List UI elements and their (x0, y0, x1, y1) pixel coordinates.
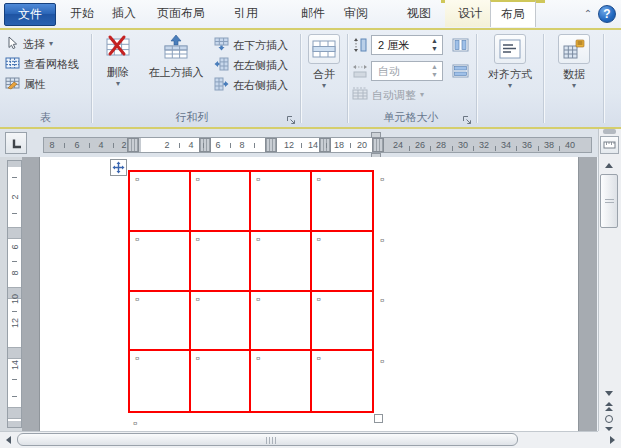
row-end-mark: ¤ (380, 236, 384, 245)
autofit-button: 自动调整 ▾ (352, 87, 424, 103)
right-indent-marker[interactable] (371, 132, 381, 138)
scroll-right-button[interactable] (604, 433, 620, 446)
ruler-column-marker[interactable] (372, 138, 384, 152)
group-separator (300, 34, 302, 123)
tab-insert[interactable]: 插入 (104, 0, 144, 27)
cell-end-mark: ¤ (317, 354, 321, 363)
split-window-handle[interactable] (603, 129, 616, 134)
table-cell[interactable]: ¤ (130, 232, 191, 292)
insert-left-button[interactable]: 在左侧插入 (214, 57, 288, 73)
select-browse-object-button[interactable] (599, 413, 618, 425)
insert-right-button[interactable]: 在右侧插入 (214, 77, 288, 93)
alignment-icon (494, 34, 526, 64)
tab-review[interactable]: 审阅 (336, 0, 376, 27)
tab-file[interactable]: 文件 (4, 3, 56, 26)
ruler-number: 14 (10, 360, 20, 371)
ruler-number: 38 (542, 140, 556, 150)
table-cell[interactable]: ¤ (312, 292, 373, 352)
ruler-tick (473, 146, 474, 151)
data-button[interactable]: 数据 ▾ (546, 34, 602, 90)
table-cell[interactable]: ¤ (251, 172, 312, 232)
previous-page-button[interactable] (599, 401, 618, 412)
scroll-down-button[interactable] (599, 386, 618, 400)
rows-columns-dialog-launcher-icon[interactable] (286, 112, 298, 124)
ruler-tick (179, 143, 180, 148)
ruler-column-marker[interactable] (319, 138, 331, 152)
table-cell[interactable]: ¤ (312, 351, 373, 411)
dropdown-caret-icon: ▾ (508, 82, 512, 90)
ruler-number: 2 (160, 140, 174, 150)
table-cell[interactable]: ¤ (251, 232, 312, 292)
ruler-tick (12, 311, 17, 312)
ribbon-tab-bar: 文件 开始 插入 页面布局 引用 邮件 审阅 视图 设计 布局 ⌃ ? (0, 0, 621, 28)
ruler-number: 24 (391, 140, 405, 150)
dropdown-caret-icon: ▾ (572, 82, 576, 90)
ruler-tick (89, 143, 90, 148)
tab-references[interactable]: 引用 (224, 0, 268, 27)
alignment-button[interactable]: 对齐方式 ▾ (480, 34, 540, 90)
ruler-number: 28 (434, 140, 448, 150)
tab-table-layout[interactable]: 布局 (490, 0, 536, 27)
vertical-scroll-thumb[interactable] (600, 174, 618, 228)
row-height-input[interactable]: 2 厘米 ▲▼ (371, 35, 443, 55)
distribute-rows-button[interactable] (450, 61, 470, 81)
collapse-ribbon-icon[interactable]: ⌃ (580, 8, 596, 22)
tab-view[interactable]: 视图 (399, 0, 439, 27)
tab-mailings[interactable]: 邮件 (291, 0, 335, 27)
word-table: ¤¤¤¤¤¤¤¤¤¤¤¤¤¤¤¤ (128, 170, 374, 413)
ruler-number: 12 (282, 140, 296, 150)
delete-button[interactable]: 删除 ▾ (96, 34, 140, 88)
distribute-columns-button[interactable] (450, 35, 470, 55)
cell-end-mark: ¤ (196, 295, 200, 304)
tab-table-design[interactable]: 设计 (445, 0, 495, 27)
v-ruler[interactable]: 268101214 (7, 160, 22, 428)
ruler-toggle-button[interactable] (600, 136, 619, 154)
table-cell[interactable]: ¤ (191, 232, 252, 292)
ruler-column-marker[interactable] (199, 138, 211, 152)
merge-cells-icon (308, 34, 340, 64)
table-properties-button[interactable]: 属性 (5, 76, 46, 92)
scroll-up-button[interactable] (599, 158, 618, 172)
help-icon[interactable]: ? (598, 5, 616, 23)
h-ruler[interactable]: 8642246812141820242628303234363840 (43, 137, 592, 153)
select-button[interactable]: 选择 ▾ (5, 36, 53, 52)
table-move-handle[interactable] (110, 159, 127, 176)
cell-size-dialog-launcher-icon[interactable] (462, 112, 474, 124)
table-cell[interactable]: ¤ (312, 172, 373, 232)
tab-page-layout[interactable]: 页面布局 (148, 0, 214, 27)
table-cell[interactable]: ¤ (130, 172, 191, 232)
properties-icon (5, 76, 20, 92)
ruler-tick (12, 177, 17, 178)
merge-button[interactable]: 合并 ▾ (304, 34, 344, 90)
horizontal-scroll-thumb[interactable] (17, 433, 518, 446)
table-cell[interactable]: ¤ (191, 351, 252, 411)
ruler-number: 4 (94, 140, 108, 150)
table-resize-handle[interactable] (374, 414, 383, 423)
spinner-arrows-icon[interactable]: ▲▼ (429, 37, 440, 53)
cell-end-mark: ¤ (196, 235, 200, 244)
ruler-column-marker[interactable] (127, 138, 139, 152)
table-cell[interactable]: ¤ (191, 292, 252, 352)
ruler-column-marker[interactable] (265, 138, 277, 152)
table-cell[interactable]: ¤ (312, 232, 373, 292)
view-gridlines-button[interactable]: 查看网格线 (5, 56, 79, 72)
group-separator (603, 34, 605, 123)
tab-stop-selector[interactable] (5, 132, 27, 154)
insert-below-icon (214, 37, 229, 53)
scroll-left-button[interactable] (1, 433, 15, 446)
ruler-number: 8 (10, 268, 20, 279)
thumb-grip-icon (605, 199, 614, 205)
dropdown-caret-icon: ▾ (322, 82, 326, 90)
move-arrows-icon (112, 161, 125, 174)
ruler-tick (203, 143, 204, 148)
insert-above-button[interactable]: 在上方插入 (142, 34, 210, 80)
tab-home[interactable]: 开始 (62, 0, 102, 27)
group-label-rows-columns: 行和列 (92, 110, 292, 125)
table-cell[interactable]: ¤ (130, 292, 191, 352)
cell-end-mark: ¤ (256, 235, 260, 244)
insert-below-button[interactable]: 在下方插入 (214, 37, 288, 53)
table-cell[interactable]: ¤ (251, 292, 312, 352)
table-cell[interactable]: ¤ (191, 172, 252, 232)
table-cell[interactable]: ¤ (251, 351, 312, 411)
table-cell[interactable]: ¤ (130, 351, 191, 411)
